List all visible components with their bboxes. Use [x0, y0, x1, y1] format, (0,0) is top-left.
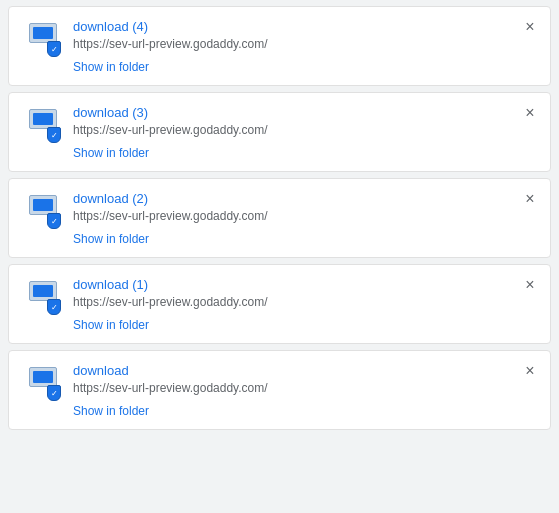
- show-in-folder-link[interactable]: Show in folder: [73, 318, 149, 332]
- download-filename[interactable]: download (3): [73, 105, 536, 120]
- show-in-folder-link[interactable]: Show in folder: [73, 60, 149, 74]
- download-content: download (2) https://sev-url-preview.god…: [73, 191, 536, 247]
- show-in-folder-link[interactable]: Show in folder: [73, 232, 149, 246]
- close-download-button[interactable]: ×: [520, 275, 540, 295]
- download-item: download https://sev-url-preview.godaddy…: [8, 350, 551, 430]
- download-url: https://sev-url-preview.godaddy.com/: [73, 209, 536, 223]
- download-content: download https://sev-url-preview.godaddy…: [73, 363, 536, 419]
- download-content: download (4) https://sev-url-preview.god…: [73, 19, 536, 75]
- download-content: download (1) https://sev-url-preview.god…: [73, 277, 536, 333]
- download-filename[interactable]: download (2): [73, 191, 536, 206]
- downloads-list: download (4) https://sev-url-preview.god…: [0, 0, 559, 436]
- show-in-folder-link[interactable]: Show in folder: [73, 146, 149, 160]
- close-download-button[interactable]: ×: [520, 17, 540, 37]
- close-download-button[interactable]: ×: [520, 189, 540, 209]
- download-item: download (2) https://sev-url-preview.god…: [8, 178, 551, 258]
- download-file-icon: [23, 363, 63, 403]
- download-item: download (3) https://sev-url-preview.god…: [8, 92, 551, 172]
- download-file-icon: [23, 105, 63, 145]
- download-item: download (4) https://sev-url-preview.god…: [8, 6, 551, 86]
- download-item: download (1) https://sev-url-preview.god…: [8, 264, 551, 344]
- download-filename[interactable]: download (4): [73, 19, 536, 34]
- download-url: https://sev-url-preview.godaddy.com/: [73, 295, 536, 309]
- close-download-button[interactable]: ×: [520, 103, 540, 123]
- download-url: https://sev-url-preview.godaddy.com/: [73, 123, 536, 137]
- download-filename[interactable]: download (1): [73, 277, 536, 292]
- download-file-icon: [23, 19, 63, 59]
- show-in-folder-link[interactable]: Show in folder: [73, 404, 149, 418]
- download-file-icon: [23, 277, 63, 317]
- close-download-button[interactable]: ×: [520, 361, 540, 381]
- download-content: download (3) https://sev-url-preview.god…: [73, 105, 536, 161]
- download-url: https://sev-url-preview.godaddy.com/: [73, 381, 536, 395]
- download-url: https://sev-url-preview.godaddy.com/: [73, 37, 536, 51]
- download-file-icon: [23, 191, 63, 231]
- download-filename[interactable]: download: [73, 363, 536, 378]
